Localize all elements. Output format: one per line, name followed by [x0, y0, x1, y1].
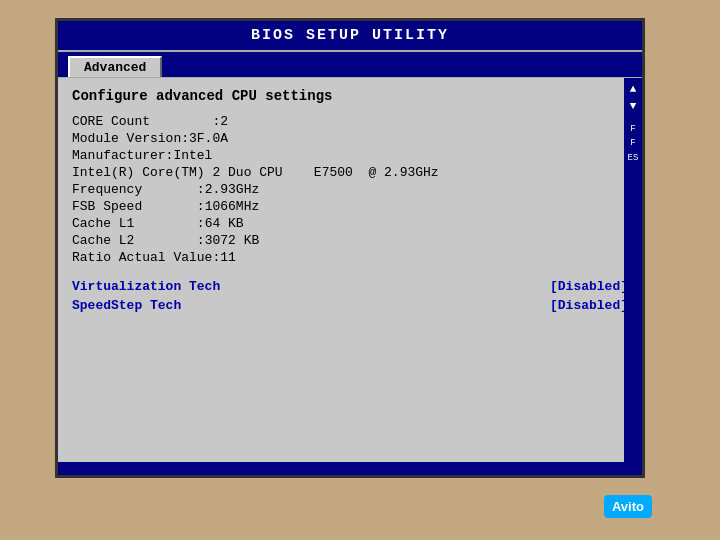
arrow-up-icon[interactable]: ▲: [630, 82, 637, 97]
section-title: Configure advanced CPU settings: [72, 88, 628, 104]
tab-bar: Advanced: [58, 52, 642, 78]
bios-screen: BIOS SETUP UTILITY Advanced Configure ad…: [55, 18, 645, 478]
bios-title: BIOS SETUP UTILITY: [251, 27, 449, 44]
cpu-model-line: Intel(R) Core(TM) 2 Duo CPU E7500 @ 2.93…: [72, 165, 628, 180]
core-count-line: CORE Count :2: [72, 114, 628, 129]
core-count-label: CORE Count: [72, 114, 150, 129]
virtualization-tech-value: [Disabled]: [550, 279, 628, 294]
tab-advanced[interactable]: Advanced: [68, 56, 162, 77]
cache-l2-line: Cache L2 :3072 KB: [72, 233, 628, 248]
right-sidebar: ▲ ▼ F F ES: [624, 78, 642, 462]
virtualization-tech-row[interactable]: Virtualization Tech [Disabled]: [72, 279, 628, 294]
speedstep-tech-value: [Disabled]: [550, 298, 628, 313]
ratio-actual-line: Ratio Actual Value:11: [72, 250, 628, 265]
esc-key-label: ES: [628, 152, 639, 165]
speedstep-tech-label: SpeedStep Tech: [72, 298, 181, 313]
arrow-down-icon[interactable]: ▼: [630, 99, 637, 114]
core-count-value: :2: [158, 114, 228, 129]
frequency-line: Frequency :2.93GHz: [72, 182, 628, 197]
avito-badge: Avito: [604, 495, 652, 518]
bios-header: BIOS SETUP UTILITY: [58, 21, 642, 52]
manufacturer-line: Manufacturer:Intel: [72, 148, 628, 163]
cache-l1-line: Cache L1 :64 KB: [72, 216, 628, 231]
fsb-speed-line: FSB Speed :1066MHz: [72, 199, 628, 214]
module-version-line: Module Version:3F.0A: [72, 131, 628, 146]
f1-key-label: F: [630, 123, 635, 136]
virtualization-tech-label: Virtualization Tech: [72, 279, 220, 294]
speedstep-tech-row[interactable]: SpeedStep Tech [Disabled]: [72, 298, 628, 313]
f2-key-label: F: [630, 137, 635, 150]
bios-content: Configure advanced CPU settings CORE Cou…: [58, 78, 642, 462]
